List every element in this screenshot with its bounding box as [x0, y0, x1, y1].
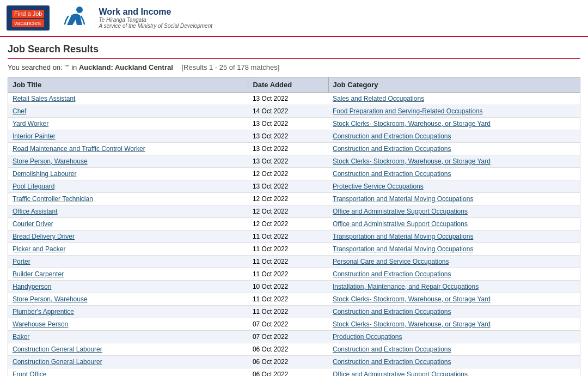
job-title-link[interactable]: Traffic Controller Technician — [13, 195, 93, 203]
job-category-link[interactable]: Production Occupations — [333, 333, 402, 341]
job-category-link[interactable]: Construction and Extraction Occupations — [333, 345, 451, 353]
search-info: You searched on: "" in Auckland: Aucklan… — [8, 63, 580, 71]
job-date: 11 Oct 2022 — [248, 306, 328, 318]
job-category-link[interactable]: Transportation and Material Moving Occup… — [333, 245, 473, 253]
work-and-income-logo: Work and Income Te Hiranga Tangata A ser… — [99, 7, 212, 29]
wai-name: Work and Income — [99, 7, 212, 17]
job-category-link[interactable]: Office and Administrative Support Occupa… — [333, 220, 468, 228]
job-date: 07 Oct 2022 — [248, 318, 328, 331]
job-title-link[interactable]: Picker and Packer — [13, 245, 65, 253]
job-date: 13 Oct 2022 — [248, 180, 328, 193]
results-table: Job Title Date Added Job Category Retail… — [8, 77, 580, 376]
svg-point-0 — [76, 7, 83, 13]
job-category-link[interactable]: Construction and Extraction Occupations — [333, 145, 451, 153]
job-date: 13 Oct 2022 — [248, 118, 328, 130]
job-date: 11 Oct 2022 — [248, 231, 328, 243]
table-row: Bread Delivery Driver11 Oct 2022Transpor… — [8, 231, 580, 243]
job-category-link[interactable]: Stock Clerks- Stockroom, Warehouse, or S… — [333, 120, 491, 128]
job-category-link[interactable]: Office and Administrative Support Occupa… — [333, 371, 468, 376]
table-row: Front Office06 Oct 2022Office and Admini… — [8, 368, 580, 377]
job-title-link[interactable]: Road Maintenance and Traffic Control Wor… — [13, 145, 145, 153]
job-title-link[interactable]: Interior Painter — [13, 132, 56, 140]
job-category-link[interactable]: Construction and Extraction Occupations — [333, 308, 451, 316]
table-row: Demolishing Labourer12 Oct 2022Construct… — [8, 168, 580, 180]
job-title-link[interactable]: Bread Delivery Driver — [13, 233, 75, 240]
job-date: 13 Oct 2022 — [248, 155, 328, 168]
job-category-link[interactable]: Construction and Extraction Occupations — [333, 170, 451, 178]
table-row: Baker07 Oct 2022Production Occupations — [8, 331, 580, 343]
table-row: Yard Worker13 Oct 2022Stock Clerks- Stoc… — [8, 118, 580, 130]
job-date: 06 Oct 2022 — [248, 343, 328, 356]
job-date: 11 Oct 2022 — [248, 256, 328, 268]
job-date: 07 Oct 2022 — [248, 331, 328, 343]
table-row: Construction General Labourer06 Oct 2022… — [8, 343, 580, 356]
job-date: 13 Oct 2022 — [248, 93, 328, 105]
job-title-link[interactable]: Porter — [13, 258, 30, 265]
job-category-link[interactable]: Construction and Extraction Occupations — [333, 132, 451, 140]
table-row: Handyperson10 Oct 2022Installation, Main… — [8, 281, 580, 293]
table-row: Picker and Packer11 Oct 2022Transportati… — [8, 243, 580, 256]
wai-subtitle2: A service of the Ministry of Social Deve… — [99, 23, 212, 29]
job-date: 12 Oct 2022 — [248, 205, 328, 218]
table-row: Road Maintenance and Traffic Control Wor… — [8, 143, 580, 155]
job-category-link[interactable]: Construction and Extraction Occupations — [333, 270, 451, 278]
search-location: Auckland: Auckland Central — [79, 63, 173, 71]
job-title-link[interactable]: Courier Driver — [13, 220, 53, 228]
job-title-link[interactable]: Demolishing Labourer — [13, 170, 76, 178]
table-row: Traffic Controller Technician12 Oct 2022… — [8, 193, 580, 205]
table-row: Office Assistant12 Oct 2022Office and Ad… — [8, 205, 580, 218]
job-title-link[interactable]: Plumber's Apprentice — [13, 308, 74, 316]
page-title: Job Search Results — [8, 44, 580, 59]
job-title-link[interactable]: Retail Sales Assistant — [13, 95, 75, 102]
job-category-link[interactable]: Stock Clerks- Stockroom, Warehouse, or S… — [333, 295, 491, 303]
job-date: 11 Oct 2022 — [248, 268, 328, 281]
table-row: Interior Painter13 Oct 2022Construction … — [8, 130, 580, 143]
table-row: Chef14 Oct 2022Food Preparation and Serv… — [8, 105, 580, 118]
job-title-link[interactable]: Store Person, Warehouse — [13, 157, 88, 165]
job-title-link[interactable]: Baker — [13, 333, 29, 341]
job-title-link[interactable]: Builder Carpenter — [13, 270, 64, 278]
job-category-link[interactable]: Stock Clerks- Stockroom, Warehouse, or S… — [333, 320, 491, 328]
table-row: Store Person, Warehouse13 Oct 2022Stock … — [8, 155, 580, 168]
table-row: Pool Lifeguard13 Oct 2022Protective Serv… — [8, 180, 580, 193]
results-count: [Results 1 - 25 of 178 matches] — [181, 63, 279, 71]
job-title-link[interactable]: Chef — [13, 107, 26, 115]
job-category-link[interactable]: Sales and Related Occupations — [333, 95, 424, 102]
job-category-link[interactable]: Office and Administrative Support Occupa… — [333, 208, 468, 215]
job-category-link[interactable]: Installation, Maintenance, and Repair Oc… — [333, 283, 479, 290]
job-title-link[interactable]: Office Assistant — [13, 208, 57, 215]
table-row: Retail Sales Assistant13 Oct 2022Sales a… — [8, 93, 580, 105]
job-category-link[interactable]: Personal Care and Service Occupations — [333, 258, 449, 265]
table-row: Porter11 Oct 2022Personal Care and Servi… — [8, 256, 580, 268]
job-title-link[interactable]: Pool Lifeguard — [13, 183, 54, 190]
find-a-job-logo: Find a Job vacancies — [7, 5, 50, 31]
table-row: Courier Driver12 Oct 2022Office and Admi… — [8, 218, 580, 231]
search-prefix: You searched on: "" in — [8, 63, 79, 71]
job-title-link[interactable]: Store Person, Warehouse — [13, 295, 88, 303]
job-category-link[interactable]: Construction and Extraction Occupations — [333, 358, 451, 366]
wai-figure-icon — [60, 4, 88, 32]
job-date: 13 Oct 2022 — [248, 143, 328, 155]
job-title-link[interactable]: Yard Worker — [13, 120, 48, 128]
table-row: Store Person, Warehouse11 Oct 2022Stock … — [8, 293, 580, 306]
job-date: 11 Oct 2022 — [248, 243, 328, 256]
job-date: 12 Oct 2022 — [248, 218, 328, 231]
job-date: 13 Oct 2022 — [248, 130, 328, 143]
job-category-link[interactable]: Stock Clerks- Stockroom, Warehouse, or S… — [333, 157, 491, 165]
job-category-link[interactable]: Transportation and Material Moving Occup… — [333, 195, 473, 203]
job-title-link[interactable]: Construction General Labourer — [13, 345, 102, 353]
col-header-category: Job Category — [328, 77, 580, 93]
job-date: 06 Oct 2022 — [248, 356, 328, 368]
job-title-link[interactable]: Warehouse Person — [13, 320, 68, 328]
job-title-link[interactable]: Handyperson — [13, 283, 51, 290]
job-date: 12 Oct 2022 — [248, 168, 328, 180]
job-category-link[interactable]: Food Preparation and Serving-Related Occ… — [333, 107, 483, 115]
table-row: Construction General Labourer06 Oct 2022… — [8, 356, 580, 368]
job-title-link[interactable]: Front Office — [13, 371, 46, 376]
logo-find-title: Find a Job — [12, 10, 44, 18]
job-category-link[interactable]: Protective Service Occupations — [333, 183, 424, 190]
col-header-title: Job Title — [8, 77, 248, 93]
job-date: 11 Oct 2022 — [248, 293, 328, 306]
job-category-link[interactable]: Transportation and Material Moving Occup… — [333, 233, 473, 240]
job-title-link[interactable]: Construction General Labourer — [13, 358, 102, 366]
